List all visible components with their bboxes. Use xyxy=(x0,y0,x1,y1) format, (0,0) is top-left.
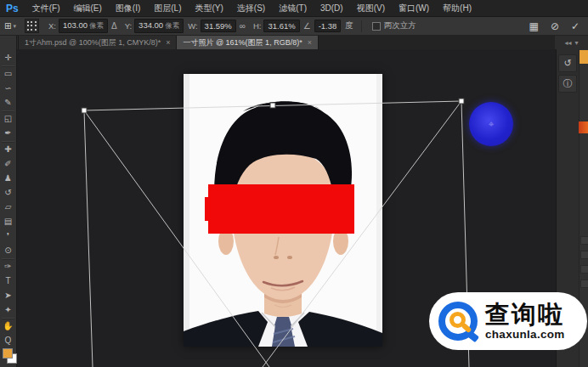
menu-edit[interactable]: 编辑(E) xyxy=(66,0,108,17)
tools-panel: ✛ ▭ ∽ ✎ ◱ ✒ ✚ ✐ ♟ ↺ ▱ ▤ ❜ ⊙ ✑ T ➤ ✦ ✋ Q xyxy=(0,36,17,367)
magnifier-logo-icon xyxy=(437,299,481,343)
blur-tool[interactable]: ❜ xyxy=(0,229,16,243)
interpolation-checkbox[interactable] xyxy=(372,22,381,31)
quick-selection-tool[interactable]: ✎ xyxy=(0,96,16,110)
zoom-tool[interactable]: Q xyxy=(0,334,16,347)
tab-bar-spacer xyxy=(319,36,555,49)
info-panel-icon[interactable]: ⓘ xyxy=(558,75,577,93)
menu-select[interactable]: 选择(S) xyxy=(230,0,272,17)
clone-stamp-tool[interactable]: ♟ xyxy=(0,172,16,185)
history-panel-icon[interactable]: ↺ xyxy=(558,54,577,72)
lasso-tool[interactable]: ∽ xyxy=(0,82,16,95)
x-label: X: xyxy=(48,21,56,31)
options-bar: ⊞ ▾ X: 103.00像素 Δ Y: 334.00像素 W: 31.59% … xyxy=(0,17,588,36)
menu-image[interactable]: 图像(I) xyxy=(109,0,147,17)
rotate-angle-icon: ∠ xyxy=(303,21,311,31)
document-tab-bar: 1寸Ahm.psd @ 100%(图层 1, CMYK/8)* × 一寸照片 @… xyxy=(0,36,588,49)
menu-layer[interactable]: 图层(L) xyxy=(147,0,188,17)
warp-mode-toggle-icon[interactable]: ▦ xyxy=(529,20,539,32)
link-dimensions-icon[interactable]: ∞ xyxy=(240,21,246,31)
dodge-tool[interactable]: ⊙ xyxy=(0,244,16,257)
spot-healing-tool[interactable]: ✚ xyxy=(0,143,16,156)
commit-transform-icon[interactable]: ✓ xyxy=(571,20,580,32)
pen-tool[interactable]: ✑ xyxy=(0,260,16,274)
history-brush-tool[interactable]: ↺ xyxy=(0,186,16,200)
collapse-panels-icon[interactable]: ◂◂ xyxy=(564,39,571,47)
watermark-badge: 查询啦 chaxunla.com xyxy=(429,292,587,350)
menu-help[interactable]: 帮助(H) xyxy=(436,0,478,17)
height-input[interactable]: 31.61% xyxy=(263,20,299,32)
angle-input[interactable]: -1.38 xyxy=(314,20,342,32)
menu-3d[interactable]: 3D(D) xyxy=(314,0,350,17)
panel-row[interactable] xyxy=(580,279,588,288)
eyedropper-tool[interactable]: ✒ xyxy=(0,127,16,140)
censor-bar xyxy=(205,184,354,234)
brush-tool[interactable]: ✐ xyxy=(0,157,16,171)
move-tool[interactable]: ✛ xyxy=(0,51,16,65)
path-selection-tool[interactable]: ➤ xyxy=(0,289,16,302)
angle-unit-label: 度 xyxy=(345,20,353,31)
cancel-transform-icon[interactable]: ⊘ xyxy=(551,20,559,32)
foreground-color-swatch[interactable] xyxy=(3,348,13,359)
tab-label: 1寸Ahm.psd @ 100%(图层 1, CMYK/8)* xyxy=(25,37,161,48)
portrait-photo xyxy=(184,74,382,347)
watermark-title: 查询啦 xyxy=(485,302,564,327)
panel-dock-header[interactable]: ◂◂ ▾ xyxy=(555,36,588,49)
color-ramp[interactable] xyxy=(579,121,588,133)
panel-row[interactable] xyxy=(580,251,588,259)
width-input[interactable]: 31.59% xyxy=(201,20,236,32)
tool-preset-picker[interactable]: ⊞ ▾ xyxy=(4,21,16,31)
x-input[interactable]: 103.00像素 xyxy=(59,19,108,33)
rectangular-marquee-tool[interactable]: ▭ xyxy=(0,67,16,81)
transform-tool-icon: ⊞ xyxy=(4,21,11,31)
divider xyxy=(361,20,362,32)
reference-point-locator[interactable] xyxy=(25,19,39,33)
type-tool[interactable]: T xyxy=(0,274,16,288)
photoshop-window: Ps 文件(F) 编辑(E) 图像(I) 图层(L) 类型(Y) 选择(S) 滤… xyxy=(0,0,588,367)
interpolation-select[interactable]: 两次立方 xyxy=(384,20,416,31)
height-label: H: xyxy=(253,21,262,31)
gradient-tool[interactable]: ▤ xyxy=(0,215,16,229)
tab-document-1[interactable]: 1寸Ahm.psd @ 100%(图层 1, CMYK/8)* × xyxy=(19,36,177,49)
chevron-down-icon[interactable]: ▾ xyxy=(575,39,579,47)
panel-row[interactable] xyxy=(580,236,588,245)
tab-document-2[interactable]: 一寸照片 @ 161%(图层 1, RGB/8)* × xyxy=(177,36,318,49)
menu-bar: Ps 文件(F) 编辑(E) 图像(I) 图层(L) 类型(Y) 选择(S) 滤… xyxy=(0,0,588,17)
chevron-down-icon: ▾ xyxy=(13,23,16,30)
width-label: W: xyxy=(188,21,197,31)
menu-type[interactable]: 类型(Y) xyxy=(189,0,230,17)
click-indicator: ⌖ xyxy=(469,102,513,146)
color-swatch-orange[interactable] xyxy=(580,50,588,64)
menu-window[interactable]: 窗口(W) xyxy=(392,0,436,17)
panel-row[interactable] xyxy=(580,265,588,274)
delta-relative-icon[interactable]: Δ xyxy=(111,21,117,31)
custom-shape-tool[interactable]: ✦ xyxy=(0,303,16,317)
eraser-tool[interactable]: ▱ xyxy=(0,200,16,214)
menu-view[interactable]: 视图(V) xyxy=(350,0,392,17)
watermark-url: chaxunla.com xyxy=(485,328,565,341)
cursor-icon: ⌖ xyxy=(489,119,494,130)
photoshop-logo: Ps xyxy=(0,3,25,14)
hand-tool[interactable]: ✋ xyxy=(0,319,16,333)
close-icon[interactable]: × xyxy=(166,38,170,47)
tab-label: 一寸照片 @ 161%(图层 1, RGB/8)* xyxy=(183,37,302,48)
menu-file[interactable]: 文件(F) xyxy=(25,0,67,17)
y-input[interactable]: 334.00像素 xyxy=(134,19,184,33)
photo-document[interactable] xyxy=(184,74,382,347)
close-icon[interactable]: × xyxy=(308,38,312,47)
y-label: Y: xyxy=(125,21,132,31)
menu-filter[interactable]: 滤镜(T) xyxy=(272,0,314,17)
crop-tool[interactable]: ◱ xyxy=(0,112,16,126)
